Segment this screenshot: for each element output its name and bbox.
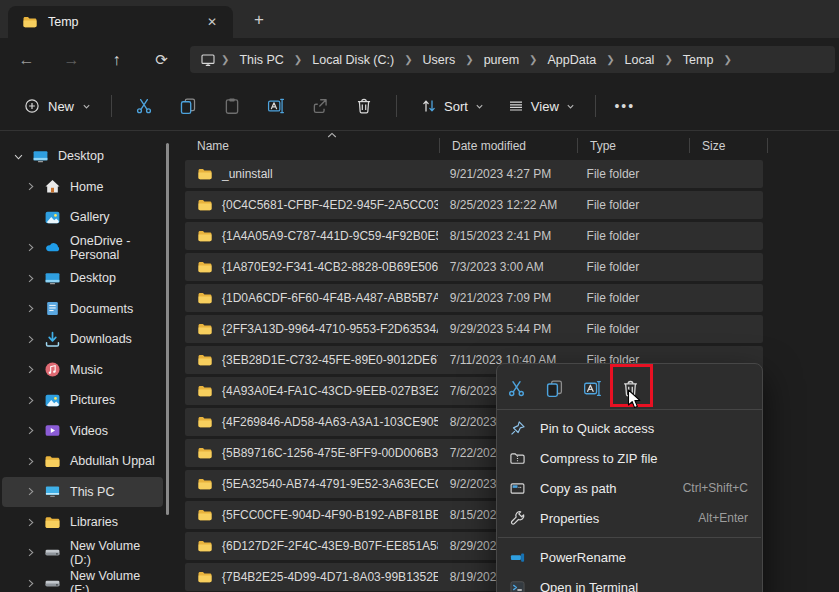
- sort-button-label: Sort: [444, 99, 468, 114]
- terminal-icon: [507, 579, 527, 592]
- context-rename-button[interactable]: [573, 371, 611, 407]
- rename-button[interactable]: [254, 89, 298, 123]
- chevron-right-icon: ❯: [291, 54, 305, 65]
- breadcrumb-item[interactable]: Temp: [676, 50, 721, 70]
- chevron-right-icon[interactable]: [22, 302, 38, 315]
- folder-icon: [197, 228, 213, 244]
- sidebar-item-new-volume-d-[interactable]: New Volume (D:): [2, 538, 163, 569]
- file-row[interactable]: {0C4C5681-CFBF-4ED2-945F-2A5CC03A5...8/2…: [185, 191, 763, 219]
- breadcrumb-item[interactable]: This PC: [232, 50, 290, 70]
- chevron-right-icon[interactable]: [22, 546, 38, 559]
- breadcrumb-item[interactable]: purem: [477, 50, 526, 70]
- breadcrumb-item[interactable]: Local Disk (C:): [305, 50, 401, 70]
- menu-item-compress-to-zip-file[interactable]: Compress to ZIP file: [497, 443, 762, 473]
- menu-item-properties[interactable]: PropertiesAlt+Enter: [497, 503, 762, 533]
- chevron-right-icon[interactable]: [22, 363, 38, 376]
- menu-item-copy-as-path[interactable]: Copy as pathCtrl+Shift+C: [497, 473, 762, 503]
- file-name: {5EA32540-AB74-4791-9E52-3A63ECEC2...: [222, 477, 438, 491]
- sidebar-item-home[interactable]: Home: [2, 172, 163, 203]
- sidebar-item-this-pc[interactable]: This PC: [2, 477, 163, 508]
- cut-button[interactable]: [122, 89, 166, 123]
- sidebar-item-downloads[interactable]: Downloads: [2, 324, 163, 355]
- sidebar-item-documents[interactable]: Documents: [2, 294, 163, 325]
- column-header-date-modified[interactable]: Date modified: [440, 131, 578, 160]
- chevron-right-icon[interactable]: [22, 333, 38, 346]
- chevron-right-icon[interactable]: [22, 485, 38, 498]
- new-button[interactable]: New: [14, 91, 101, 121]
- context-cut-button[interactable]: [497, 371, 535, 407]
- sidebar-item-pictures[interactable]: Pictures: [2, 385, 163, 416]
- column-header-name[interactable]: Name: [185, 131, 440, 160]
- powerrename-icon: [507, 549, 527, 566]
- menu-item-open-in-terminal[interactable]: Open in Terminal: [497, 572, 762, 592]
- column-header-row: NameDate modifiedTypeSize: [185, 131, 839, 160]
- sidebar-item-abdullah-uppal[interactable]: Abdullah Uppal: [2, 446, 163, 477]
- breadcrumb-item[interactable]: Users: [416, 50, 463, 70]
- folder-icon: [197, 197, 213, 213]
- refresh-button[interactable]: ⟳: [139, 42, 184, 78]
- context-copy-button[interactable]: [535, 371, 573, 407]
- sidebar-item-label: New Volume (F:): [70, 569, 163, 592]
- sidebar-item-gallery[interactable]: Gallery: [2, 202, 163, 233]
- view-button-label: View: [531, 99, 559, 114]
- chevron-down-icon[interactable]: [10, 150, 26, 163]
- folder-icon: [197, 290, 213, 306]
- sidebar-item-label: Abdullah Uppal: [70, 454, 155, 468]
- sidebar-item-music[interactable]: Music: [2, 355, 163, 386]
- file-type: File folder: [575, 291, 686, 305]
- file-row[interactable]: {1A4A05A9-C787-441D-9C59-4F92B0E52...8/1…: [185, 222, 763, 250]
- file-name: {1D0A6CDF-6F60-4F4B-A487-ABB5B7A4...: [222, 291, 438, 305]
- file-name: {4F269846-AD58-4A63-A3A1-103CE905...: [222, 415, 438, 429]
- new-tab-button[interactable]: +: [244, 7, 274, 33]
- sidebar-item-libraries[interactable]: Libraries: [2, 507, 163, 538]
- sidebar-item-desktop[interactable]: Desktop: [2, 263, 163, 294]
- chevron-right-icon[interactable]: [22, 455, 38, 468]
- sidebar-item-desktop[interactable]: Desktop: [2, 141, 163, 172]
- close-tab-icon[interactable]: ✕: [199, 10, 225, 34]
- sidebar-scrollbar[interactable]: [166, 143, 169, 515]
- documents-icon: [44, 300, 62, 317]
- sidebar-item-label: Downloads: [70, 332, 132, 346]
- column-divider[interactable]: [767, 138, 768, 153]
- folder-icon: [197, 569, 213, 585]
- menu-item-label: Open in Terminal: [540, 580, 638, 592]
- forward-button[interactable]: →: [49, 42, 94, 78]
- zip-folder-icon: [507, 450, 527, 467]
- chevron-right-icon[interactable]: [22, 516, 38, 529]
- view-button[interactable]: View: [498, 91, 585, 121]
- sidebar-item-onedrive-personal[interactable]: OneDrive - Personal: [2, 233, 163, 264]
- tab-temp[interactable]: Temp ✕: [8, 6, 233, 38]
- new-button-label: New: [48, 99, 74, 114]
- sidebar-item-videos[interactable]: Videos: [2, 416, 163, 447]
- file-row[interactable]: _uninstall9/21/2023 4:27 PMFile folder: [185, 160, 763, 188]
- folder-icon: [197, 259, 213, 275]
- copy-button[interactable]: [166, 89, 210, 123]
- chevron-right-icon[interactable]: [22, 241, 38, 254]
- chevron-right-icon[interactable]: [22, 272, 38, 285]
- more-options-button[interactable]: •••: [606, 89, 644, 123]
- up-button[interactable]: ↑: [94, 42, 139, 78]
- file-row[interactable]: {1D0A6CDF-6F60-4F4B-A487-ABB5B7A4...9/21…: [185, 284, 763, 312]
- menu-item-powerrename[interactable]: PowerRename: [497, 542, 762, 572]
- file-date-modified: 9/21/2023 7:09 PM: [438, 291, 575, 305]
- file-row[interactable]: {1A870E92-F341-4CB2-8828-0B69E5064E...7/…: [185, 253, 763, 281]
- chevron-right-icon[interactable]: [22, 424, 38, 437]
- breadcrumb-item[interactable]: AppData: [540, 50, 603, 70]
- chevron-right-icon[interactable]: [22, 577, 38, 590]
- sidebar-item-label: Gallery: [70, 210, 110, 224]
- delete-button[interactable]: [342, 89, 386, 123]
- desktop-icon: [44, 270, 62, 287]
- file-type: File folder: [575, 198, 686, 212]
- menu-item-pin-to-quick-access[interactable]: Pin to Quick access: [497, 413, 762, 443]
- chevron-right-icon[interactable]: [22, 394, 38, 407]
- file-name: {5B89716C-1256-475E-8FF9-00D006B3F0...: [222, 446, 438, 460]
- chevron-right-icon[interactable]: [22, 180, 38, 193]
- sidebar-item-new-volume-f-[interactable]: New Volume (F:): [2, 568, 163, 592]
- file-name: {7B4B2E25-4D99-4D71-8A03-99B1352E...: [222, 570, 438, 584]
- back-button[interactable]: ←: [4, 42, 49, 78]
- column-header-type[interactable]: Type: [578, 131, 690, 160]
- sort-button[interactable]: Sort: [411, 91, 494, 121]
- column-header-size[interactable]: Size: [690, 131, 768, 160]
- file-row[interactable]: {2FF3A13D-9964-4710-9553-F2D63534A...9/2…: [185, 315, 763, 343]
- breadcrumb-item[interactable]: Local: [618, 50, 662, 70]
